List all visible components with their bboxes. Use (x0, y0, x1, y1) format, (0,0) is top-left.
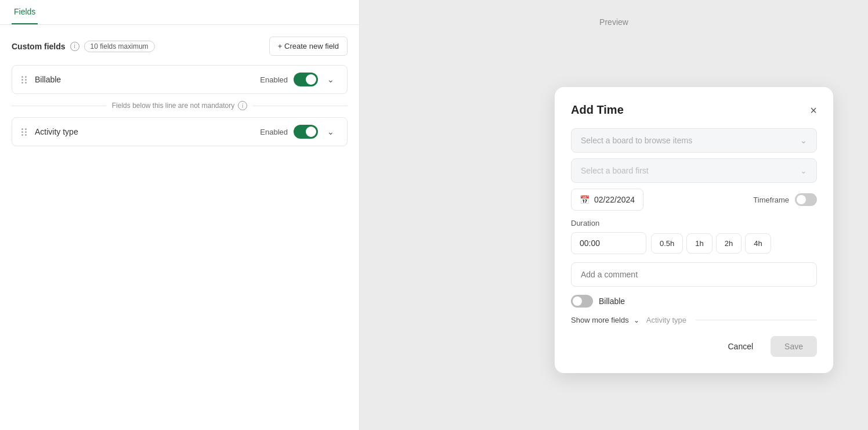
tab-fields[interactable]: Fields (12, 0, 38, 24)
toggle-billable[interactable] (294, 73, 318, 86)
timeframe-group: Timeframe (753, 193, 817, 206)
chevron-down-icon-board: ⌄ (800, 136, 807, 145)
add-time-modal: Add Time × Select a board to browse item… (555, 87, 833, 373)
duration-input[interactable] (571, 232, 646, 254)
billable-toggle[interactable] (571, 295, 593, 308)
activity-type-line (696, 320, 817, 320)
select-board-first-placeholder: Select a board first (581, 166, 649, 175)
separator-text: Fields below this line are not mandatory… (112, 101, 247, 110)
duration-label: Duration (571, 219, 817, 227)
info-icon[interactable]: i (70, 42, 79, 51)
modal-header: Add Time × (571, 103, 817, 117)
select-board-dropdown[interactable]: Select a board to browse items ⌄ (571, 128, 817, 153)
modal-footer: Cancel Save (571, 336, 817, 357)
quick-btn-2h[interactable]: 2h (716, 233, 742, 254)
quick-btns: 0.5h 1h 2h 4h (651, 233, 771, 254)
duration-row: 0.5h 1h 2h 4h (571, 232, 817, 254)
quick-btn-1h[interactable]: 1h (686, 233, 712, 254)
separator-line: Fields below this line are not mandatory… (12, 101, 348, 110)
timeframe-label: Timeframe (753, 196, 789, 204)
comment-input[interactable] (571, 262, 817, 287)
field-name-activity-type: Activity type (35, 127, 260, 136)
modal-title: Add Time (571, 103, 624, 117)
drag-handle-activity-type[interactable] (21, 128, 27, 136)
chevron-down-icon-first: ⌄ (800, 166, 807, 175)
field-status-billable: Enabled (260, 75, 288, 84)
tab-bar: Fields (0, 0, 359, 25)
toggle-knob-billable (306, 74, 316, 85)
cancel-button[interactable]: Cancel (716, 336, 765, 357)
right-panel: Preview Add Time × Select a board to bro… (360, 0, 868, 430)
fields-max-badge: 10 fields maximum (84, 41, 155, 52)
custom-fields-left: Custom fields i 10 fields maximum (12, 41, 155, 52)
quick-btn-0-5h[interactable]: 0.5h (651, 233, 683, 254)
timeframe-toggle-knob (797, 195, 806, 204)
sep-line-right (253, 106, 348, 106)
show-more-text[interactable]: Show more fields (571, 316, 629, 324)
chevron-down-show-more: ⌄ (634, 316, 639, 324)
chevron-activity-type[interactable]: ⌄ (324, 126, 338, 138)
quick-btn-4h[interactable]: 4h (745, 233, 771, 254)
field-status-activity-type: Enabled (260, 128, 288, 136)
date-value: 02/22/2024 (594, 195, 635, 204)
custom-fields-header: Custom fields i 10 fields maximum + Crea… (12, 37, 348, 56)
left-content: Custom fields i 10 fields maximum + Crea… (0, 25, 359, 430)
timeframe-toggle[interactable] (795, 193, 817, 206)
chevron-billable[interactable]: ⌄ (324, 74, 338, 85)
billable-toggle-knob (573, 297, 582, 306)
separator-info-icon[interactable]: i (238, 101, 247, 110)
preview-label: Preview (599, 17, 628, 27)
sep-line-left (12, 106, 106, 106)
date-timeframe-row: 📅 02/22/2024 Timeframe (571, 189, 817, 211)
billable-row: Billable (571, 295, 817, 308)
left-panel: Fields Custom fields i 10 fields maximum… (0, 0, 360, 430)
save-button[interactable]: Save (771, 336, 817, 357)
toggle-activity-type[interactable] (294, 125, 318, 139)
activity-type-label: Activity type (646, 316, 686, 324)
create-field-button[interactable]: + Create new field (269, 37, 348, 56)
show-more-row: Show more fields ⌄ Activity type (571, 316, 817, 324)
field-row-activity-type: Activity type Enabled ⌄ (12, 117, 348, 146)
drag-handle-billable[interactable] (21, 76, 27, 84)
select-board-first-dropdown[interactable]: Select a board first ⌄ (571, 158, 817, 183)
modal-close-button[interactable]: × (810, 104, 817, 116)
duration-section: Duration 0.5h 1h 2h 4h (571, 219, 817, 254)
calendar-icon: 📅 (580, 195, 589, 204)
toggle-knob-activity-type (306, 127, 316, 137)
select-board-placeholder: Select a board to browse items (581, 136, 692, 145)
date-input[interactable]: 📅 02/22/2024 (571, 189, 643, 211)
custom-fields-title: Custom fields (12, 42, 66, 51)
field-name-billable: Billable (35, 75, 260, 84)
field-row-billable: Billable Enabled ⌄ (12, 65, 348, 94)
billable-label: Billable (599, 297, 625, 306)
